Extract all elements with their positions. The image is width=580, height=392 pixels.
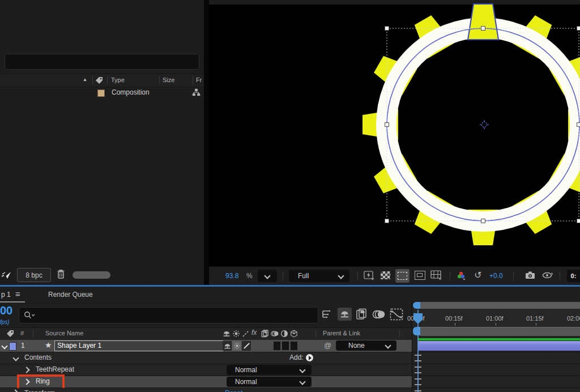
collapse-transformations-column-icon[interactable]	[232, 330, 240, 338]
column-source-name[interactable]: Source Name	[45, 330, 83, 336]
composition-canvas[interactable]	[209, 0, 580, 266]
zoom-value[interactable]: 93.8	[225, 272, 238, 280]
render-queue-tab[interactable]: Render Queue	[48, 291, 93, 299]
comp-tab-fragment[interactable]: p 1	[1, 291, 11, 299]
trash-icon[interactable]	[56, 269, 66, 280]
contents-expand-chevron[interactable]	[12, 355, 19, 361]
column-size[interactable]: Size	[163, 76, 174, 83]
transform-reset-link[interactable]: Reset	[225, 389, 242, 392]
teethrepeat-blend-mode-dropdown[interactable]: Normal	[227, 365, 312, 375]
transform-label[interactable]: Transform	[24, 389, 55, 392]
graph-editor-icon[interactable]	[390, 308, 403, 321]
layer-name-field[interactable]: Shape Layer 1	[54, 340, 223, 351]
label-tag-icon[interactable]	[6, 330, 14, 338]
project-item-row[interactable]: Composition	[0, 86, 204, 100]
column-divider[interactable]	[107, 76, 108, 84]
current-time-fragment[interactable]: 00	[0, 304, 12, 317]
show-snapshot-eye-icon[interactable]	[542, 271, 553, 280]
toolbar-divider	[560, 271, 560, 280]
quality-column-icon[interactable]	[242, 330, 250, 338]
navigator-bar[interactable]	[420, 302, 580, 309]
resolution-dropdown[interactable]: Full	[289, 270, 349, 282]
layer-shy-switch[interactable]	[223, 341, 232, 351]
project-search-field[interactable]	[5, 54, 199, 70]
timeline-search-field[interactable]	[19, 307, 318, 323]
channels-icon[interactable]	[457, 271, 467, 281]
mini-flowchart-icon[interactable]	[322, 309, 334, 320]
navigator-start-handle[interactable]	[413, 302, 420, 309]
search-icon	[24, 311, 36, 319]
label-tag-icon[interactable]	[95, 76, 103, 84]
gear-shape[interactable]	[362, 4, 580, 245]
layer-collapse-switch[interactable]	[232, 341, 241, 351]
layer-duration-bar[interactable]	[418, 341, 580, 351]
panel-menu-icon[interactable]: ≡	[15, 289, 20, 299]
column-divider[interactable]	[92, 76, 93, 84]
toolbar-divider	[357, 271, 358, 280]
time-ruler[interactable]: 00:00f 00:15f 01:00f 01:15f 02:00f	[412, 309, 580, 326]
anchor-point-icon[interactable]	[480, 120, 489, 129]
zoom-unit: %	[246, 272, 253, 280]
viewer-timecode-fragment[interactable]: 0:	[567, 270, 580, 282]
sort-ascending-icon[interactable]: ▲	[83, 77, 87, 82]
add-property-button[interactable]	[306, 354, 313, 361]
project-panel: ▲ Type Size Fr Composition 8 bpc	[0, 0, 204, 285]
hide-shy-layers-icon[interactable]	[338, 308, 352, 321]
frame-blend-column-icon[interactable]	[261, 330, 269, 338]
toolbar-divider	[450, 271, 450, 280]
ring-blend-mode-dropdown[interactable]: Normal	[227, 377, 312, 387]
zoom-dropdown-button[interactable]	[258, 270, 277, 282]
bit-depth-button[interactable]: 8 bpc	[17, 268, 51, 282]
toolbar-divider	[283, 271, 283, 280]
column-divider[interactable]	[193, 76, 193, 84]
transform-row[interactable]: Transform Reset	[0, 388, 412, 392]
contents-row[interactable]: Contents Add:	[0, 352, 412, 364]
motion-blur-icon[interactable]	[372, 309, 385, 319]
layer-frame-blend-switch[interactable]	[274, 342, 280, 350]
pick-whip-icon[interactable]: @	[324, 341, 331, 350]
work-area-start-handle[interactable]	[413, 327, 420, 335]
shy-column-icon[interactable]	[223, 330, 231, 338]
selected-tooth[interactable]	[468, 4, 498, 40]
snapshot-camera-icon[interactable]	[525, 271, 536, 280]
adjustment-layer-column-icon[interactable]	[280, 330, 288, 338]
composition-viewer[interactable]	[209, 0, 580, 266]
column-index[interactable]: #	[20, 330, 24, 336]
column-frames[interactable]: Fr	[196, 76, 202, 83]
teethrepeat-label[interactable]: TeethRepeat	[36, 365, 74, 373]
layer-color-chip[interactable]	[9, 342, 16, 351]
mask-shape-visibility-icon[interactable]	[395, 269, 410, 283]
column-parent-link[interactable]: Parent & Link	[323, 330, 360, 336]
contents-label[interactable]: Contents	[24, 353, 52, 361]
column-divider[interactable]	[159, 76, 160, 84]
fast-previews-icon[interactable]	[364, 271, 374, 280]
column-type[interactable]: Type	[111, 76, 125, 83]
ruler-label: 01:15f	[526, 315, 544, 322]
layer-motion-blur-switch[interactable]	[282, 342, 289, 350]
item-color-swatch[interactable]	[97, 90, 105, 97]
3d-layer-column-icon[interactable]	[290, 330, 298, 338]
panel-divider[interactable]	[204, 0, 209, 285]
region-of-interest-icon[interactable]	[415, 271, 425, 280]
layer-index: 1	[21, 342, 25, 350]
transparency-grid-icon[interactable]	[381, 271, 390, 279]
teethrepeat-expand-chevron[interactable]	[23, 367, 29, 373]
chevron-down-icon	[385, 342, 391, 348]
ruler-tick	[496, 323, 496, 326]
item-name[interactable]: Composition	[112, 88, 150, 96]
chevron-down-icon	[299, 378, 305, 385]
scrollbar-thumb[interactable]	[72, 271, 110, 279]
parent-dropdown[interactable]: None	[336, 340, 396, 351]
transform-expand-chevron[interactable]	[12, 389, 18, 392]
motion-blur-column-icon[interactable]	[271, 330, 279, 338]
layer-3d-switch[interactable]	[291, 342, 297, 350]
grid-guides-icon[interactable]	[430, 270, 443, 281]
exposure-value[interactable]: +0.0	[489, 272, 503, 280]
reset-exposure-icon[interactable]: ↺	[474, 270, 481, 280]
layer-quality-switch[interactable]	[242, 341, 251, 351]
layer-expand-chevron[interactable]	[1, 343, 7, 349]
frame-blending-icon[interactable]	[356, 308, 368, 320]
layer-row-shape-layer-1[interactable]: 1 ★ Shape Layer 1 @ None	[0, 340, 412, 352]
work-area-bar[interactable]	[420, 327, 580, 336]
effects-column-icon[interactable]: fx	[251, 329, 257, 336]
